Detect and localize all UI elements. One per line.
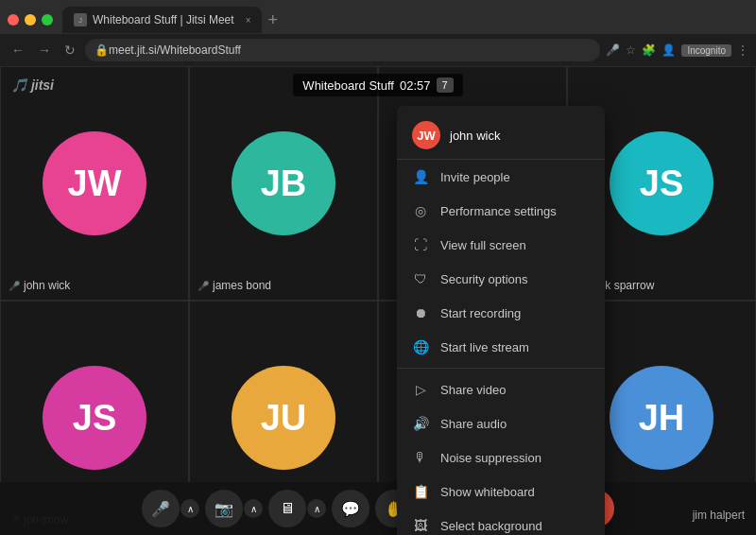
security-icon: 🛡: [412, 270, 429, 287]
livestream-icon: 🌐: [412, 338, 429, 355]
menu-header: JW john wick: [397, 112, 605, 160]
menu-item-fullscreen[interactable]: ⛶ View full screen: [397, 228, 605, 262]
menu-item-invite[interactable]: 👤 Invite people: [397, 160, 605, 194]
screen-group: 🖥 ∧: [268, 490, 326, 527]
menu-item-recording[interactable]: ⏺ Start recording: [397, 296, 605, 330]
screen-share-button[interactable]: 🖥: [268, 490, 306, 527]
back-button[interactable]: ←: [8, 41, 28, 60]
share-video-icon: ▷: [412, 381, 429, 398]
minimize-window-button[interactable]: [25, 14, 36, 26]
screen-arrow-button[interactable]: ∧: [307, 499, 326, 518]
menu-label-noise: Noise suppression: [440, 451, 541, 465]
browser-chrome: J Whiteboard Stuff | Jitsi Meet × + ← → …: [0, 0, 756, 66]
mic-nav-icon[interactable]: 🎤: [606, 43, 620, 57]
menu-label-shareaudio: Share audio: [440, 417, 507, 431]
camera-group: 📷 ∧: [205, 490, 263, 527]
menu-label-performance: Performance settings: [440, 204, 557, 218]
avatar-initials: JH: [639, 398, 685, 439]
mic-arrow-button[interactable]: ∧: [180, 499, 199, 518]
menu-item-background[interactable]: 🖼 Select background: [397, 509, 605, 535]
lock-icon: 🔒: [94, 43, 109, 57]
window-controls: [8, 14, 53, 26]
tab-close-button[interactable]: ×: [246, 15, 251, 26]
avatar-initials: JS: [640, 164, 683, 204]
tab-bar: J Whiteboard Stuff | Jitsi Meet × +: [0, 0, 756, 34]
menu-item-sharevideo[interactable]: ▷ Share video: [397, 372, 605, 406]
recording-icon: ⏺: [412, 304, 429, 321]
close-window-button[interactable]: [8, 14, 19, 26]
avatar-jon-snow: JS: [43, 366, 146, 470]
maximize-window-button[interactable]: [42, 14, 53, 26]
menu-username: john wick: [450, 129, 500, 143]
menu-item-security[interactable]: 🛡 Security options: [397, 262, 605, 296]
avatar-jack-sparrow: JS: [610, 131, 713, 235]
avatar-ju: JU: [232, 366, 335, 470]
mic-button[interactable]: 🎤: [142, 490, 180, 527]
meeting-timer: 02:57: [400, 78, 431, 93]
chat-button[interactable]: 💬: [332, 490, 369, 527]
menu-item-noise[interactable]: 🎙 Noise suppression: [397, 440, 605, 475]
bottom-username: jim halpert: [693, 509, 745, 522]
navigation-bar: ← → ↻ 🔒 meet.jit.si/WhiteboardStuff 🎤 ☆ …: [0, 34, 756, 66]
camera-button[interactable]: 📷: [205, 490, 243, 527]
mic-group: 🎤 ∧: [142, 490, 199, 527]
tab-title: Whiteboard Stuff | Jitsi Meet: [93, 13, 234, 26]
whiteboard-icon: 📋: [412, 483, 429, 500]
menu-label-whiteboard: Show whiteboard: [440, 485, 535, 499]
background-icon: 🖼: [412, 517, 429, 534]
new-tab-button[interactable]: +: [267, 11, 278, 28]
avatar-initials: JU: [261, 398, 307, 439]
video-tile-john-wick: JW john wick: [0, 66, 189, 301]
menu-label-background: Select background: [440, 519, 542, 533]
menu-item-performance[interactable]: ◎ Performance settings: [397, 194, 605, 228]
url-bar[interactable]: 🔒 meet.jit.si/WhiteboardStuff: [85, 39, 600, 61]
participant-name-james-bond: james bond: [198, 279, 271, 292]
video-call-app: 🎵 jitsi Whiteboard Stuff 02:57 7 JW john…: [0, 66, 756, 535]
extension-icon[interactable]: 🧩: [642, 43, 656, 57]
avatar-initials: JS: [73, 398, 116, 439]
menu-label-security: Security options: [440, 272, 528, 286]
menu-label-invite: Invite people: [440, 170, 510, 184]
menu-label-recording: Start recording: [440, 306, 521, 320]
fullscreen-icon: ⛶: [412, 236, 429, 253]
avatar-james-bond: JB: [232, 131, 335, 235]
dropdown-menu: JW john wick 👤 Invite people ◎ Performan…: [397, 106, 605, 535]
camera-arrow-button[interactable]: ∧: [244, 499, 263, 518]
nav-right-controls: 🎤 ☆ 🧩 👤 Incognito ⋮: [606, 43, 748, 57]
incognito-badge[interactable]: Incognito: [681, 44, 731, 57]
menu-dots-icon[interactable]: ⋮: [737, 43, 748, 57]
participant-count: 7: [437, 78, 454, 93]
menu-user-avatar: JW: [412, 121, 440, 149]
jitsi-logo-icon: 🎵: [11, 78, 27, 93]
invite-icon: 👤: [412, 168, 429, 185]
menu-label-fullscreen: View full screen: [440, 238, 526, 252]
menu-item-shareaudio[interactable]: 🔊 Share audio: [397, 406, 605, 440]
menu-item-whiteboard[interactable]: 📋 Show whiteboard: [397, 475, 605, 509]
jitsi-logo: 🎵 jitsi: [11, 78, 54, 93]
avatar-initials: JB: [261, 164, 307, 204]
noise-icon: 🎙: [412, 449, 429, 466]
share-audio-icon: 🔊: [412, 415, 429, 432]
avatar-jim-halpert: JH: [610, 366, 713, 470]
performance-icon: ◎: [412, 202, 429, 219]
avatar-john-wick: JW: [43, 131, 146, 235]
toolbar: 🎤 ∧ 📷 ∧ 🖥 ∧ 💬 ✋ 👥 ⊞ ∧ ••• 📵 jim halpert: [0, 482, 756, 535]
menu-item-livestream[interactable]: 🌐 Start live stream: [397, 330, 605, 364]
url-text: meet.jit.si/WhiteboardStuff: [109, 43, 241, 57]
meeting-info[interactable]: Whiteboard Stuff 02:57 7: [293, 74, 462, 96]
participant-name-john-wick: john wick: [9, 279, 70, 292]
menu-divider-1: [397, 368, 605, 369]
reload-button[interactable]: ↻: [60, 41, 79, 60]
meeting-title: Whiteboard Stuff: [302, 78, 394, 93]
menu-label-sharevideo: Share video: [440, 383, 506, 397]
tab-favicon: J: [74, 13, 87, 26]
bookmark-icon[interactable]: ☆: [626, 43, 636, 57]
video-tile-james-bond: JB james bond: [189, 66, 378, 301]
user-avatar-icon[interactable]: 👤: [662, 43, 676, 57]
forward-button[interactable]: →: [34, 41, 55, 60]
menu-label-livestream: Start live stream: [440, 340, 529, 354]
browser-tab[interactable]: J Whiteboard Stuff | Jitsi Meet ×: [62, 7, 262, 33]
avatar-initials: JW: [68, 164, 122, 204]
